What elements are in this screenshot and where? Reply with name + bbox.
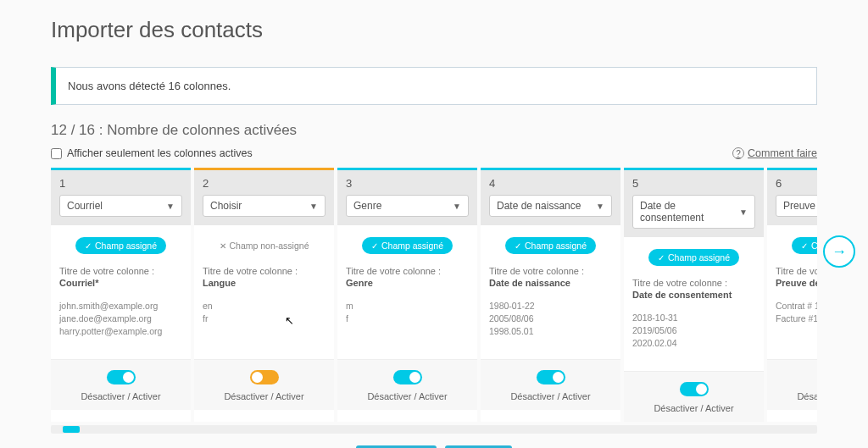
- x-icon: ✕: [220, 241, 226, 251]
- source-column-name: Preuve de consentement: [776, 278, 817, 288]
- source-column-name: Genre: [346, 278, 469, 288]
- assigned-badge: ✓Champ assigné: [792, 237, 817, 254]
- toggle-label: Désactiver / Activer: [481, 391, 620, 401]
- column-card: 1 Courriel ▼ ✓Champ assigné Titre de vot…: [51, 168, 191, 422]
- check-icon: ✓: [515, 241, 521, 251]
- sample-value: 1998.05.01: [489, 325, 612, 338]
- columns-container: 1 Courriel ▼ ✓Champ assigné Titre de vot…: [51, 168, 817, 422]
- chevron-down-icon: ▼: [596, 202, 604, 211]
- sample-value: Facture #12345...: [776, 312, 817, 325]
- help-link-text: Comment faire: [748, 147, 817, 159]
- toggle-label: Désactiver / Activer: [624, 403, 764, 413]
- horizontal-scrollbar[interactable]: [51, 425, 817, 434]
- field-select[interactable]: Choisir ▼: [203, 195, 326, 217]
- detection-notice: Nous avons détecté 16 colonnes.: [51, 67, 817, 105]
- badge-text: Champ assigné: [811, 241, 817, 251]
- source-column-name: Date de consentement: [632, 290, 755, 300]
- column-number: 1: [59, 177, 182, 190]
- sample-value: john.smith@example.org: [59, 300, 182, 312]
- column-card: 5 Date de consentement ▼ ✓Champ assigné …: [624, 168, 764, 422]
- sample-value: 2018-10-31: [632, 312, 755, 324]
- page-title: Importer des contacts: [51, 17, 817, 43]
- check-icon: ✓: [801, 241, 808, 251]
- toggle-label: Désactiver / Activer: [767, 391, 817, 401]
- column-card: 6 Preuve de c ▼ ✓Champ assigné Titre de …: [767, 168, 817, 422]
- sample-value: 2005/08/06: [489, 312, 612, 325]
- unassigned-badge: ✕Champ non-assigné: [210, 237, 319, 254]
- assigned-badge: ✓Champ assigné: [648, 249, 739, 266]
- sample-value: 2020.02.04: [632, 337, 755, 350]
- activate-toggle[interactable]: [250, 370, 279, 384]
- toggle-label: Désactiver / Activer: [194, 391, 334, 401]
- column-card: 4 Date de naissance ▼ ✓Champ assigné Tit…: [481, 168, 620, 422]
- column-number: 6: [776, 177, 817, 190]
- sample-value: 1980-01-22: [489, 300, 612, 312]
- field-select[interactable]: Date de naissance ▼: [489, 195, 612, 217]
- select-value: Date de naissance: [497, 200, 581, 212]
- source-column-name: Langue: [203, 278, 326, 288]
- sample-value: 2019/05/06: [632, 324, 755, 337]
- filter-checkbox[interactable]: [51, 148, 62, 159]
- filter-active-only[interactable]: Afficher seulement les colonnes actives: [51, 147, 253, 159]
- scroll-right-fab[interactable]: →: [823, 235, 855, 268]
- assigned-badge: ✓Champ assigné: [505, 237, 596, 254]
- source-column-label: Titre de votre colonne :: [203, 266, 326, 276]
- column-number: 3: [346, 177, 469, 190]
- sample-value: harry.potter@example.org: [59, 325, 182, 338]
- column-number: 2: [203, 177, 326, 190]
- help-link[interactable]: ? Comment faire: [732, 147, 817, 159]
- source-column-name: Courriel*: [59, 278, 182, 288]
- activate-toggle[interactable]: [537, 370, 565, 384]
- source-column-label: Titre de votre colonne :: [489, 266, 612, 276]
- sample-value: jane.doe@example.org: [59, 312, 182, 325]
- sample-value: m: [346, 300, 469, 312]
- badge-text: Champ assigné: [525, 241, 587, 251]
- select-value: Preuve de c: [783, 200, 817, 212]
- assigned-badge: ✓Champ assigné: [75, 237, 166, 254]
- select-value: Date de consentement: [640, 200, 739, 224]
- chevron-down-icon: ▼: [739, 207, 748, 217]
- assigned-badge: ✓Champ assigné: [362, 237, 453, 254]
- select-value: Choisir: [210, 200, 242, 212]
- column-card: 2 Choisir ▼ ✕Champ non-assigné Titre de …: [194, 168, 334, 422]
- badge-text: Champ assigné: [95, 241, 157, 251]
- field-select[interactable]: Courriel ▼: [59, 195, 182, 217]
- badge-text: Champ assigné: [381, 241, 443, 251]
- column-card: 3 Genre ▼ ✓Champ assigné Titre de votre …: [337, 168, 477, 422]
- sample-value: en: [203, 300, 326, 312]
- source-column-label: Titre de votre colonne :: [59, 266, 182, 276]
- badge-text: Champ non-assigné: [230, 241, 309, 251]
- check-icon: ✓: [658, 253, 665, 263]
- arrow-right-icon: →: [832, 243, 847, 261]
- source-column-label: Titre de votre colonne :: [632, 278, 755, 288]
- sample-value: Contrat # 1234...: [776, 300, 817, 312]
- help-icon: ?: [732, 147, 744, 159]
- source-column-name: Date de naissance: [489, 278, 612, 288]
- column-number: 5: [632, 177, 755, 190]
- chevron-down-icon: ▼: [166, 202, 175, 211]
- source-column-label: Titre de votre colonne :: [776, 266, 817, 276]
- field-select[interactable]: Preuve de c ▼: [776, 195, 817, 217]
- sample-value: fr: [203, 312, 326, 325]
- column-number: 4: [489, 177, 612, 190]
- check-icon: ✓: [371, 241, 378, 251]
- check-icon: ✓: [85, 241, 92, 251]
- field-select[interactable]: Date de consentement ▼: [632, 195, 755, 229]
- active-columns-counter: 12 / 16 : Nombre de colonnes activées: [51, 122, 817, 139]
- activate-toggle[interactable]: [393, 370, 422, 384]
- scrollbar-thumb[interactable]: [63, 426, 80, 433]
- filter-label: Afficher seulement les colonnes actives: [67, 147, 253, 159]
- toggle-label: Désactiver / Activer: [51, 391, 191, 401]
- field-select[interactable]: Genre ▼: [346, 195, 469, 217]
- activate-toggle[interactable]: [680, 382, 709, 396]
- sample-value: f: [346, 312, 469, 325]
- chevron-down-icon: ▼: [453, 202, 461, 211]
- badge-text: Champ assigné: [668, 252, 730, 263]
- select-value: Courriel: [67, 200, 103, 212]
- activate-toggle[interactable]: [107, 370, 136, 384]
- source-column-label: Titre de votre colonne :: [346, 266, 469, 276]
- chevron-down-icon: ▼: [309, 202, 318, 211]
- select-value: Genre: [353, 200, 381, 212]
- toggle-label: Désactiver / Activer: [337, 391, 477, 401]
